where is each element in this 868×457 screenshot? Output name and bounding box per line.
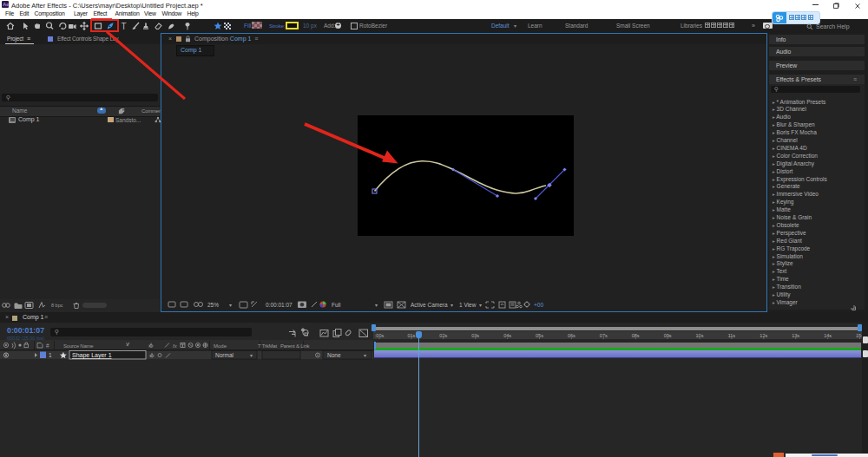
- svg-text:▾: ▾: [229, 303, 232, 308]
- svg-text:06s: 06s: [568, 332, 575, 337]
- svg-text:Normal: Normal: [215, 352, 234, 358]
- svg-text:11s: 11s: [728, 332, 736, 337]
- svg-text:12s: 12s: [760, 332, 767, 337]
- svg-text:#: #: [46, 343, 49, 349]
- svg-text:08s: 08s: [632, 332, 640, 337]
- svg-text:Parent & Link: Parent & Link: [280, 343, 311, 349]
- svg-text:01s: 01s: [407, 332, 415, 337]
- svg-text:03s: 03s: [471, 332, 479, 337]
- svg-text:T: T: [122, 22, 127, 31]
- svg-text:02s: 02s: [439, 332, 447, 337]
- svg-text:▾: ▾: [250, 353, 253, 358]
- svg-text:T TrkMat: T TrkMat: [258, 343, 277, 349]
- svg-text:8 bpc: 8 bpc: [51, 303, 63, 308]
- svg-text:05s: 05s: [536, 332, 543, 337]
- svg-text:10s: 10s: [696, 332, 704, 337]
- svg-text:25%: 25%: [207, 302, 219, 308]
- svg-text:+00: +00: [534, 302, 543, 308]
- svg-text:Mode: Mode: [214, 343, 227, 349]
- svg-text:▾: ▾: [375, 303, 378, 308]
- svg-text:Active Camera: Active Camera: [411, 302, 448, 308]
- svg-text:▾: ▾: [364, 353, 366, 358]
- svg-text:None: None: [327, 352, 341, 358]
- svg-text:15s: 15s: [856, 332, 862, 337]
- svg-text:13s: 13s: [792, 332, 799, 337]
- svg-text:0:00:01:07: 0:00:01:07: [266, 302, 293, 308]
- svg-text:▾: ▾: [479, 303, 482, 308]
- svg-text:1 View: 1 View: [459, 302, 477, 308]
- svg-text:14s: 14s: [824, 332, 832, 337]
- svg-text:Source Name: Source Name: [63, 343, 94, 349]
- svg-text:04s: 04s: [503, 332, 511, 337]
- svg-text:Full: Full: [332, 302, 341, 308]
- svg-text::00s: :00s: [375, 332, 385, 337]
- svg-text:07s: 07s: [600, 332, 608, 337]
- svg-text:▾: ▾: [450, 303, 453, 308]
- svg-text:1: 1: [49, 352, 52, 358]
- svg-text:09s: 09s: [664, 332, 672, 337]
- svg-text:Shape Layer 1: Shape Layer 1: [72, 352, 112, 359]
- svg-text:fx: fx: [173, 343, 178, 349]
